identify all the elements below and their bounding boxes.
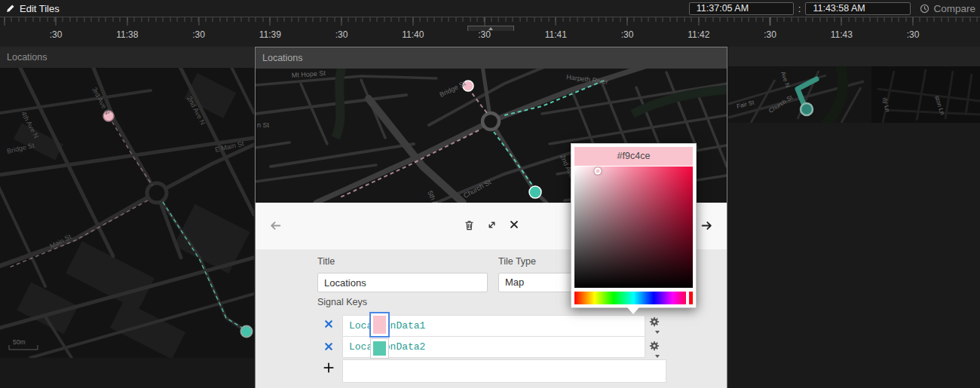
compare-label: Compare [933,3,975,14]
edit-pencil-icon [6,4,15,13]
gear-icon [649,316,660,327]
signal-color-swatch-1[interactable] [369,312,390,338]
time-separator: : [798,3,801,14]
start-time-input[interactable] [689,2,794,15]
tile-right-header[interactable] [728,47,980,66]
close-editor-button[interactable] [509,219,519,231]
signal-keys-label: Signal Keys [317,297,367,307]
river-band-center-left [335,69,342,138]
title-field-label: Title [317,256,335,267]
hue-slider-bar[interactable] [574,292,693,304]
picker-pointer-triangle [627,307,639,314]
signal-marker-teal-center [529,186,541,198]
history-clock-icon [920,4,929,14]
dashboard-app: Edit Tiles : Compare :30 11:38 :30 11:39… [0,0,980,388]
map-tile-left[interactable]: Locations [0,47,254,388]
timeline-label: 11:42 [688,29,709,40]
color-chip-pink [373,316,386,334]
chevron-up-icon [488,27,493,30]
tile-type-field-label: Tile Type [498,256,536,267]
tile-center-header[interactable]: Locations [256,47,727,69]
timeline-ruler[interactable]: :30 11:38 :30 11:39 :30 11:40 :30 11:41 … [0,17,980,47]
previous-tile-button[interactable] [269,219,282,232]
signal-marker-teal-left [241,326,253,338]
timeline-collapse-handle[interactable] [467,26,514,31]
tile-left-title: Locations [7,52,47,63]
timeline-label: :30 [764,29,776,40]
timeline-label: :30 [621,29,634,40]
hue-slider-handle[interactable] [686,291,689,305]
signal-color-swatch-2[interactable] [370,338,389,359]
timeline-label: :30 [335,29,348,40]
gear-icon [649,341,660,351]
signal-key-settings-button-2[interactable] [649,341,661,358]
signal-marker-teal-right [801,103,813,115]
color-picker-popup: #f9c4ce [571,143,697,308]
timeline-label: 11:39 [259,29,281,40]
chevron-down-icon [655,331,660,334]
chevron-down-icon [655,355,660,358]
timeline-label: :30 [478,29,491,40]
timeline-label: 11:41 [545,29,567,40]
svg-text:50m: 50m [13,338,26,346]
street-label: n St [257,121,270,129]
timeline-major-ticks [0,17,980,26]
new-signal-key-input[interactable] [342,359,666,383]
timeline-label: 11:38 [116,29,138,40]
tile-left-header[interactable]: Locations [0,47,254,68]
top-bar: Edit Tiles : Compare [0,0,980,17]
tile-center-title: Locations [262,53,303,63]
color-hex-value: #f9c4ce [574,147,693,166]
map-tile-right[interactable]: Fair St Church St Ave N dy Ln ston Ln [728,47,980,388]
delete-tile-button[interactable] [464,219,475,231]
signal-key-settings-button-1[interactable] [649,316,661,334]
timeline-label: 11:40 [402,29,424,40]
tile-title-input[interactable] [317,273,488,292]
roundabout-left [147,183,167,203]
edit-tiles-label: Edit Tiles [20,3,60,14]
timeline-label: :30 [907,29,920,40]
saturation-value-area[interactable] [574,167,693,288]
remove-signal-key-button[interactable] [324,341,333,354]
roundabout-center [482,113,499,130]
saturation-marker[interactable] [595,168,602,175]
compare-button[interactable]: Compare [920,3,975,14]
timeline-label: 11:43 [831,29,853,40]
timeline-label: :30 [192,29,205,40]
timeline-label: :30 [50,29,63,40]
map-canvas-left[interactable]: 3rd Ave N 4th Ave N 2nd Ave N Bridge St … [0,68,254,358]
edit-tiles-button[interactable]: Edit Tiles [6,3,60,14]
expand-tile-button[interactable] [486,219,498,231]
color-chip-teal [373,341,386,356]
tile-type-value: Map [505,276,524,288]
next-tile-button[interactable] [700,219,713,232]
end-time-input[interactable] [805,2,911,15]
add-signal-key-button[interactable] [323,362,334,376]
map-canvas-right[interactable]: Fair St Church St Ave N dy Ln ston Ln [728,66,980,123]
remove-signal-key-button[interactable] [324,318,333,331]
